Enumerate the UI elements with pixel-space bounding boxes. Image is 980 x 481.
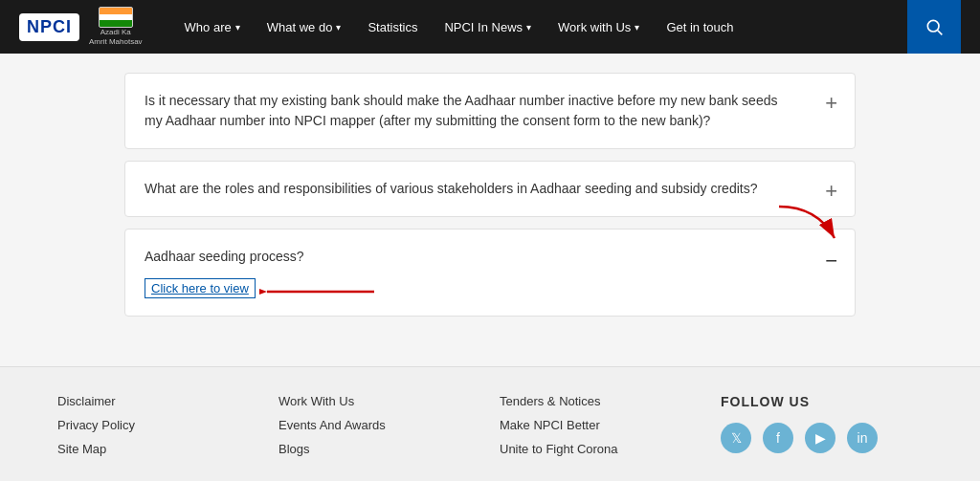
faq-click-here-link[interactable]: Click here to view <box>145 278 256 298</box>
faq-question-3: Aadhaar seeding process? <box>145 247 835 267</box>
logo-container: NPCI Azadi KaAmrit Mahotsav <box>19 7 143 46</box>
nav-statistics[interactable]: Statistics <box>354 0 431 54</box>
footer-privacy-policy[interactable]: Privacy Policy <box>57 418 240 432</box>
svg-line-1 <box>938 31 943 35</box>
faq-item-2: What are the roles and responsibilities … <box>124 161 856 217</box>
svg-point-0 <box>927 20 939 32</box>
faq-toggle-3[interactable]: − <box>825 249 837 273</box>
linkedin-icon[interactable]: in <box>847 423 878 453</box>
footer-work-with-us[interactable]: Work With Us <box>278 394 461 408</box>
faq-toggle-2[interactable]: + <box>825 179 837 204</box>
footer-events-awards[interactable]: Events And Awards <box>278 418 461 432</box>
faq-toggle-1[interactable]: + <box>825 91 837 116</box>
arrow-to-link-icon <box>259 280 384 309</box>
youtube-icon[interactable]: ▶ <box>805 423 835 453</box>
faq-item-3: Aadhaar seeding process? − Click here to… <box>124 229 856 317</box>
faq-item-1: Is it necessary that my existing bank sh… <box>124 73 856 149</box>
footer-col-3: Tenders & Notices Make NPCI Better Unite… <box>480 394 702 466</box>
chevron-down-icon: ▾ <box>336 22 341 33</box>
azadi-logo: Azadi KaAmrit Mahotsav <box>89 7 143 46</box>
faq-item-3-wrapper: Aadhaar seeding process? − Click here to… <box>124 229 856 317</box>
footer-follow-col: FOLLOW US 𝕏 f ▶ in <box>702 394 923 466</box>
social-icons-container: 𝕏 f ▶ in <box>721 423 903 453</box>
faq-question-1: Is it necessary that my existing bank sh… <box>145 91 835 131</box>
navbar: NPCI Azadi KaAmrit Mahotsav Who are ▾ Wh… <box>0 0 980 54</box>
arrow-to-minus-icon <box>769 202 846 250</box>
nav-npci-news[interactable]: NPCI In News ▾ <box>431 0 545 54</box>
faq-answer-3: Click here to view <box>145 278 835 298</box>
nav-who-are[interactable]: Who are ▾ <box>171 0 254 54</box>
follow-us-title: FOLLOW US <box>721 394 903 409</box>
chevron-down-icon: ▾ <box>526 22 531 33</box>
nav-what-we-do[interactable]: What we do ▾ <box>254 0 355 54</box>
azadi-text: Azadi KaAmrit Mahotsav <box>89 28 143 46</box>
main-content: Is it necessary that my existing bank sh… <box>0 54 980 347</box>
nav-work-with-us[interactable]: Work with Us ▾ <box>545 0 653 54</box>
footer-site-map[interactable]: Site Map <box>57 442 240 456</box>
footer-tenders[interactable]: Tenders & Notices <box>500 394 682 408</box>
azadi-flag-icon <box>99 7 133 28</box>
footer-blogs[interactable]: Blogs <box>278 442 461 456</box>
search-icon <box>924 17 944 36</box>
footer-col-2: Work With Us Events And Awards Blogs <box>259 394 480 466</box>
npci-logo: NPCI <box>19 13 79 41</box>
footer-col-1: Disclaimer Privacy Policy Site Map <box>57 394 259 466</box>
footer-make-npci-better[interactable]: Make NPCI Better <box>500 418 682 432</box>
footer-disclaimer[interactable]: Disclaimer <box>57 394 240 408</box>
chevron-down-icon: ▾ <box>635 22 639 33</box>
footer-unite-corona[interactable]: Unite to Fight Corona <box>500 442 682 456</box>
nav-get-in-touch[interactable]: Get in touch <box>653 0 746 54</box>
faq-question-2: What are the roles and responsibilities … <box>145 179 835 199</box>
chevron-down-icon: ▾ <box>235 22 240 33</box>
twitter-icon[interactable]: 𝕏 <box>721 423 751 453</box>
footer: Disclaimer Privacy Policy Site Map Work … <box>0 366 980 481</box>
nav-menu: Who are ▾ What we do ▾ Statistics NPCI I… <box>171 0 907 54</box>
facebook-icon[interactable]: f <box>763 423 793 453</box>
search-button[interactable] <box>907 0 961 54</box>
